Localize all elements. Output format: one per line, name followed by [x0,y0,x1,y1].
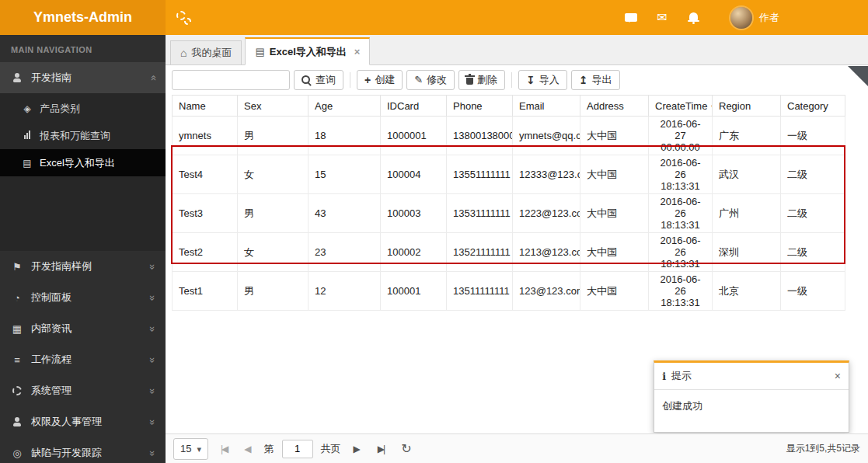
column-header-email[interactable]: Email [513,96,580,117]
cell-idcard: 100003 [381,194,447,233]
home-icon [180,47,186,59]
cell-age: 12 [309,272,381,311]
mail-button[interactable] [647,0,678,35]
cell-idcard: 100002 [381,233,447,272]
table-row[interactable]: ymnets 男 18 1000001 13800138000 ymnets@q… [173,117,845,155]
column-header-address[interactable]: Address [580,96,649,117]
modify-button[interactable]: 修改 [406,70,455,90]
toast-close-icon[interactable]: × [835,370,841,382]
user-icon [10,73,24,82]
cell-name: Test2 [173,233,238,272]
toolbar: 查询 创建 修改 删除 导入 导出 [166,65,868,94]
cell-address: 大中国 [580,272,649,311]
cell-name: Test4 [173,155,238,194]
chart-bars-icon [21,132,33,139]
column-header-region[interactable]: Region [713,96,781,117]
delete-button[interactable]: 删除 [458,70,505,90]
file-icon [21,158,33,169]
sidebar-item-product-category[interactable]: 产品类别 [0,95,166,122]
users-icon [10,417,24,426]
table-row[interactable]: Test4 女 15 100004 13551111111 12333@123.… [173,155,845,194]
brand-logo[interactable]: Ymnets-Admin [0,0,166,35]
tab-label: 我的桌面 [191,46,232,60]
data-grid: Name Sex Age IDCard Phone Email Address … [172,95,845,311]
pencil-icon [414,74,423,85]
prev-page-button[interactable] [239,444,256,454]
create-button[interactable]: 创建 [357,70,403,90]
page-input[interactable] [282,440,313,458]
search-input[interactable] [172,70,290,90]
sidebar-item-control-panel[interactable]: 控制面板 [0,282,166,313]
cell-category: 一级 [781,117,845,155]
sidebar-item-excel-import-export[interactable]: Excel导入和导出 [0,149,166,176]
sidebar-item-reports-query[interactable]: 报表和万能查询 [0,122,166,149]
cell-createtime: 2016-06-27 00:00:00 [649,117,713,155]
cell-phone: 13511111111 [447,272,513,311]
cell-region: 深圳 [713,233,781,272]
tab-label: Excel导入和导出 [270,45,347,59]
column-header-createtime[interactable]: CreateTime [649,96,713,117]
column-header-idcard[interactable]: IDCard [381,96,447,117]
tab-excel-import-export[interactable]: Excel导入和导出 × [245,37,370,65]
refresh-button[interactable] [396,441,416,456]
cogs-icon[interactable] [176,11,191,25]
sidebar-item-label: 报表和万能查询 [40,129,110,143]
cell-email: 1223@123.co [513,194,580,233]
cell-createtime: 2016-06-26 18:13:31 [649,155,713,194]
column-header-sex[interactable]: Sex [238,96,309,117]
cell-phone: 13800138000 [447,117,513,155]
column-header-phone[interactable]: Phone [447,96,513,117]
page-size-select[interactable]: 15 [173,438,208,460]
cell-region: 广州 [713,194,781,233]
column-header-name[interactable]: Name [173,96,238,117]
cell-phone: 13551111111 [447,155,513,194]
tab-close-icon[interactable]: × [354,46,361,57]
cell-region: 广东 [713,117,781,155]
tab-my-desktop[interactable]: 我的桌面 [170,40,242,65]
column-header-category[interactable]: Category [781,96,845,117]
cell-age: 23 [309,233,381,272]
top-navbar: 作者 [166,0,868,35]
sidebar-item-internal-news[interactable]: 内部资讯 [0,313,166,344]
last-page-button[interactable] [373,444,389,454]
sidebar-item-workflow[interactable]: 工作流程 [0,344,166,375]
sidebar-item-system-management[interactable]: 系统管理 [0,375,166,406]
cell-region: 武汉 [713,155,781,194]
column-header-age[interactable]: Age [309,96,381,117]
gear-icon-small [184,18,191,25]
chevron-down-icon [150,323,155,335]
cell-address: 大中国 [580,194,649,233]
export-button[interactable]: 导出 [571,70,620,90]
sidebar-item-dev-guide-samples[interactable]: 开发指南样例 [0,251,166,282]
cell-idcard: 100001 [381,272,447,311]
sidebar-item-permissions-hr[interactable]: 权限及人事管理 [0,406,166,437]
table-row[interactable]: Test2 女 23 100002 13521111111 1213@123.c… [173,233,845,272]
sidebar-item-dev-guide[interactable]: 开发指南 [0,62,166,93]
sidebar-item-label: 系统管理 [31,384,71,398]
dashboard-icon [10,292,24,304]
cell-name: Test1 [173,272,238,311]
sidebar-item-label: 开发指南样例 [31,259,92,273]
cell-createtime: 2016-06-26 18:13:31 [649,194,713,233]
sidebar-item-label: Excel导入和导出 [40,156,115,170]
import-button[interactable]: 导入 [518,70,567,90]
file-icon [255,46,264,57]
table-row[interactable]: Test1 男 12 100001 13511111111 123@123.co… [173,272,845,311]
chevron-down-icon [150,385,155,397]
app-window: Ymnets-Admin 作者 [0,0,868,463]
toast-header: 提示 × [654,363,849,390]
trash-icon [466,78,473,85]
query-button[interactable]: 查询 [294,70,343,90]
table-row[interactable]: Test3 男 43 100003 13531111111 1223@123.c… [173,194,845,233]
cell-category: 一级 [781,272,845,311]
user-menu[interactable]: 作者 [730,7,779,29]
button-label: 查询 [315,73,336,87]
first-page-button[interactable] [216,444,232,454]
notifications-button[interactable] [678,0,709,35]
flow-icon [10,354,24,366]
sidebar-item-defect-tracking[interactable]: 缺陷与开发跟踪 [0,437,166,463]
button-label: 导出 [592,73,612,87]
next-page-button[interactable] [349,444,365,454]
cell-email: ymnets@qq.cc [513,117,580,155]
messages-button[interactable] [615,0,647,35]
